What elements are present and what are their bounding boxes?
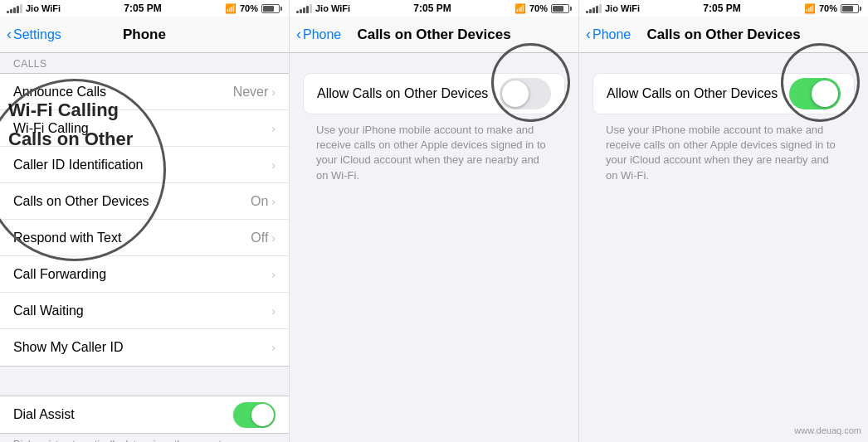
allow-description-off: Use your iPhone mobile account to make a… <box>303 114 565 183</box>
call-forwarding-label: Call Forwarding <box>13 267 106 282</box>
nav-bar-right: ‹ Phone Calls on Other Devices <box>579 17 868 53</box>
back-button-left[interactable]: ‹ Settings <box>7 26 61 43</box>
calls-other-label: Calls on Other Devices <box>13 194 149 209</box>
wifi-calling-value: › <box>271 122 276 135</box>
allow-label-off: Allow Calls on Other Devices <box>317 86 488 101</box>
nav-title-mid: Calls on Other Devices <box>357 27 510 43</box>
allow-row-on[interactable]: Allow Calls on Other Devices <box>592 73 855 114</box>
back-chevron-icon: ‹ <box>7 26 12 43</box>
settings-row-wifi[interactable]: Wi-Fi Calling › <box>0 110 289 147</box>
status-icons-left: 📶 70% <box>225 3 282 14</box>
status-carrier-left: Jio WiFi <box>7 3 61 13</box>
signal-bar-5 <box>20 4 22 13</box>
calls-content-on: Allow Calls on Other Devices Use your iP… <box>579 60 868 197</box>
back-chevron-icon-right: ‹ <box>586 26 591 43</box>
caller-id-label: Caller ID Identification <box>13 158 144 172</box>
chevron-icon-respond: › <box>271 231 276 245</box>
settings-row-waiting[interactable]: Call Waiting › <box>0 293 289 329</box>
settings-row-caller-id[interactable]: Caller ID Identification › <box>0 147 289 183</box>
calls-other-value-text: On <box>251 194 268 209</box>
settings-row-calls-other[interactable]: Calls on Other Devices On › <box>0 183 289 220</box>
respond-text-value: Off › <box>251 231 276 245</box>
settings-row-announce[interactable]: Announce Calls Never › <box>0 74 289 110</box>
call-forwarding-value: › <box>271 268 276 281</box>
battery-percent-left: 70% <box>240 3 258 13</box>
allow-label-on: Allow Calls on Other Devices <box>607 86 778 101</box>
status-bar-right: Jio WiFi 7:05 PM 📶 70% <box>579 0 868 17</box>
nav-bar-left: ‹ Settings Phone <box>0 17 289 53</box>
carrier-right: Jio WiFi <box>605 3 640 13</box>
calls-other-value: On › <box>251 194 276 209</box>
dial-assist-toggle-knob <box>251 404 274 426</box>
signal-icon <box>7 3 22 13</box>
chevron-icon-forwarding: › <box>271 268 276 281</box>
back-label-right: Phone <box>592 27 631 42</box>
announce-calls-label: Announce Calls <box>13 85 106 100</box>
bluetooth-icon: 📶 <box>225 3 237 14</box>
show-caller-id-label: Show My Caller ID <box>13 340 123 355</box>
battery-icon-left <box>261 4 282 13</box>
announce-calls-value-text: Never <box>233 85 269 100</box>
settings-row-forwarding[interactable]: Call Forwarding › <box>0 256 289 293</box>
status-bar-middle: Jio WiFi 7:05 PM 📶 70% <box>290 0 578 17</box>
status-carrier-right: Jio WiFi <box>586 3 640 13</box>
allow-toggle-knob-on <box>812 80 838 107</box>
time-right: 7:05 PM <box>703 2 740 14</box>
calls-panel-on: Jio WiFi 7:05 PM 📶 70% ‹ Phone Calls on … <box>578 0 868 442</box>
phone-settings-panel: Jio WiFi 7:05 PM 📶 70% ‹ Settings Phone … <box>0 0 289 442</box>
caller-id-value: › <box>271 158 276 172</box>
allow-toggle-knob-off <box>502 80 529 107</box>
carrier-label-left: Jio WiFi <box>26 3 61 13</box>
back-button-mid[interactable]: ‹ Phone <box>296 26 341 43</box>
allow-row-off[interactable]: Allow Calls on Other Devices <box>303 73 565 114</box>
announce-calls-value: Never › <box>233 85 276 100</box>
calls-content-off: Allow Calls on Other Devices Use your iP… <box>290 60 578 197</box>
settings-row-dial-assist[interactable]: Dial Assist <box>0 396 289 433</box>
watermark: www.deuaq.com <box>794 425 861 435</box>
settings-row-caller-id-show[interactable]: Show My Caller ID › <box>0 329 289 366</box>
signal-bar-2 <box>10 9 12 13</box>
status-bar-left: Jio WiFi 7:05 PM 📶 70% <box>0 0 289 17</box>
call-waiting-value: › <box>271 304 276 318</box>
back-button-right[interactable]: ‹ Phone <box>586 26 631 43</box>
settings-row-respond[interactable]: Respond with Text Off › <box>0 220 289 256</box>
respond-text-label: Respond with Text <box>13 231 121 245</box>
status-icons-right: 📶 70% <box>804 3 861 14</box>
carrier-mid: Jio WiFi <box>315 3 350 13</box>
section-gap-1 <box>0 367 289 396</box>
battery-pct-right: 70% <box>819 3 837 13</box>
battery-icon-mid <box>551 4 572 13</box>
chevron-icon-calls-other: › <box>271 195 276 208</box>
allow-toggle-off[interactable] <box>500 78 551 109</box>
dial-assist-list: Dial Assist <box>0 396 289 434</box>
signal-bar-3 <box>13 7 16 13</box>
signal-bar-1 <box>7 11 9 13</box>
bt-icon-right: 📶 <box>804 3 816 14</box>
chevron-icon-waiting: › <box>271 304 276 318</box>
signal-icon-mid <box>296 3 312 13</box>
chevron-icon-wifi: › <box>271 122 276 135</box>
signal-icon-right <box>586 3 602 13</box>
nav-title-right: Calls on Other Devices <box>646 27 800 43</box>
back-label-mid: Phone <box>303 27 341 42</box>
dial-assist-toggle[interactable] <box>233 402 276 428</box>
show-caller-id-value: › <box>271 341 276 354</box>
nav-bar-mid: ‹ Phone Calls on Other Devices <box>290 17 578 53</box>
calls-panel-off: Jio WiFi 7:05 PM 📶 70% ‹ Phone Calls on … <box>289 0 578 442</box>
signal-bar-4 <box>17 6 19 13</box>
status-icons-mid: 📶 70% <box>514 3 572 14</box>
status-carrier-middle: Jio WiFi <box>296 3 350 13</box>
back-chevron-icon-mid: ‹ <box>296 26 301 43</box>
respond-text-value-text: Off <box>251 231 268 245</box>
dial-assist-label: Dial Assist <box>13 407 75 422</box>
battery-pct-mid: 70% <box>529 3 548 13</box>
allow-toggle-on[interactable] <box>789 78 841 109</box>
allow-description-on: Use your iPhone mobile account to make a… <box>592 114 855 183</box>
chevron-icon-show-caller: › <box>271 341 276 354</box>
calls-section-header: CALLS <box>0 53 289 73</box>
back-label-left: Settings <box>13 27 61 42</box>
battery-icon-right <box>841 4 861 13</box>
chevron-icon-announce: › <box>271 85 276 99</box>
bt-icon-mid: 📶 <box>514 3 526 14</box>
dial-assist-description: Dial assist automatically determines the… <box>0 434 289 442</box>
